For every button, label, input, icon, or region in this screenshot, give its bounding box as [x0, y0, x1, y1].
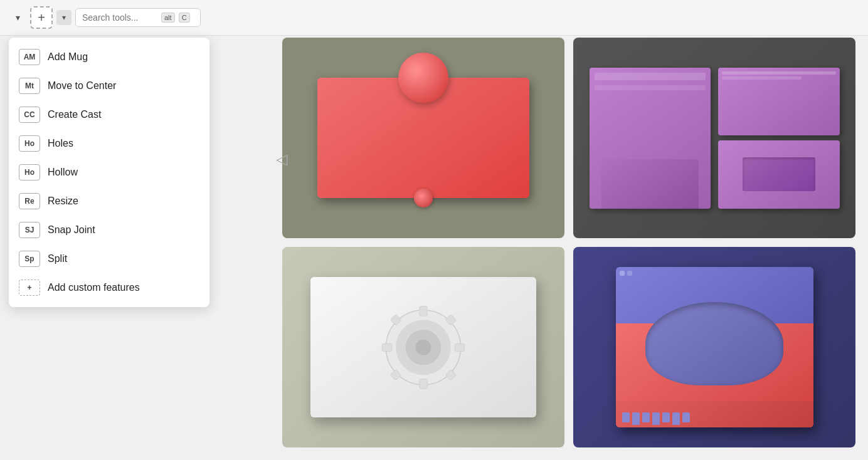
menu-item-add-mug[interactable]: AM Add Mug: [9, 43, 209, 71]
chevron-down-icon: ▾: [62, 13, 66, 22]
arrow-indicator: ◁: [276, 150, 287, 168]
move-to-center-badge: Mt: [19, 78, 40, 94]
menu-item-holes[interactable]: Ho Holes: [9, 129, 209, 158]
toolbar: ▾ + ▾ alt C: [0, 0, 868, 36]
svg-rect-3: [382, 343, 392, 352]
menu-item-create-cast[interactable]: CC Create Cast: [9, 100, 209, 129]
kbd-alt: alt: [161, 13, 175, 23]
add-tool-button[interactable]: +: [30, 6, 53, 29]
image-red-ball-object: [282, 38, 564, 238]
kbd-c: C: [179, 13, 190, 23]
search-box[interactable]: alt C: [75, 8, 201, 27]
menu-item-hollow[interactable]: Ho Hollow: [9, 158, 209, 187]
menu-item-add-custom[interactable]: + Add custom features: [9, 273, 209, 302]
collapse-button[interactable]: ▾: [9, 9, 26, 26]
menu-item-resize[interactable]: Re Resize: [9, 187, 209, 216]
image-purple-parts: [573, 38, 855, 238]
plus-icon: +: [38, 11, 45, 25]
hollow-label: Hollow: [48, 167, 78, 178]
add-mug-label: Add Mug: [48, 51, 88, 63]
move-to-center-label: Move to Center: [48, 80, 116, 91]
hollow-badge: Ho: [19, 164, 40, 180]
snap-joint-badge: SJ: [19, 222, 40, 238]
create-cast-badge: CC: [19, 107, 40, 123]
svg-rect-4: [455, 343, 465, 352]
tools-dropdown-menu: AM Add Mug Mt Move to Center CC Create C…: [9, 38, 209, 307]
add-custom-badge: +: [19, 280, 40, 296]
image-grid: [282, 38, 855, 447]
add-mug-badge: AM: [19, 49, 40, 65]
add-custom-label: Add custom features: [48, 282, 140, 293]
search-input[interactable]: [82, 13, 157, 23]
svg-rect-2: [420, 379, 428, 389]
holes-label: Holes: [48, 138, 73, 149]
menu-item-move-to-center[interactable]: Mt Move to Center: [9, 71, 209, 100]
split-badge: Sp: [19, 251, 40, 267]
menu-item-snap-joint[interactable]: SJ Snap Joint: [9, 216, 209, 244]
create-cast-label: Create Cast: [48, 109, 101, 120]
svg-point-11: [415, 339, 431, 355]
tools-dropdown-button[interactable]: ▾: [56, 10, 71, 25]
resize-badge: Re: [19, 193, 40, 209]
menu-item-split[interactable]: Sp Split: [9, 244, 209, 273]
snap-joint-label: Snap Joint: [48, 224, 95, 236]
image-white-gear: [282, 247, 564, 447]
resize-label: Resize: [48, 196, 78, 207]
image-red-purple-mug: [573, 247, 855, 447]
holes-badge: Ho: [19, 135, 40, 152]
split-label: Split: [48, 253, 67, 264]
svg-rect-1: [420, 306, 428, 316]
